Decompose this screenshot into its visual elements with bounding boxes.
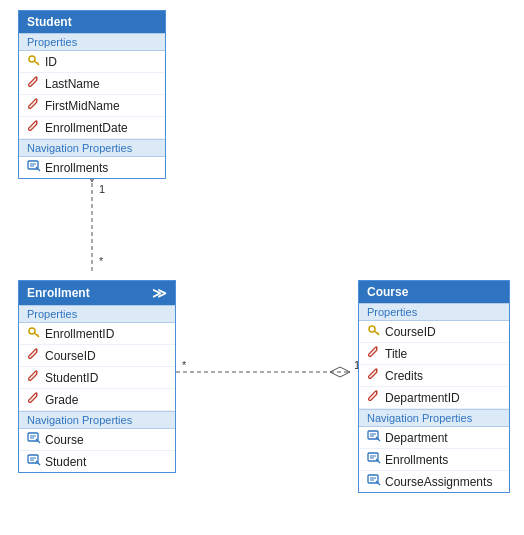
course-nav-department: Department [359, 427, 509, 449]
wrench-icon [367, 389, 381, 406]
student-prop-firstmidname: FirstMidName [19, 95, 165, 117]
student-properties-label: Properties [19, 33, 165, 51]
wrench-icon [367, 345, 381, 362]
svg-point-37 [376, 391, 378, 393]
svg-marker-5 [330, 367, 350, 377]
student-nav-enrollments: Enrollments [19, 157, 165, 178]
enrollment-prop-id: EnrollmentID [19, 323, 175, 345]
student-prop-id: ID [19, 51, 165, 73]
nav-icon [27, 159, 41, 176]
key-icon [27, 53, 41, 70]
enrollment-nav-student: Student [19, 451, 175, 472]
wrench-icon [367, 367, 381, 384]
wrench-icon [27, 97, 41, 114]
svg-point-36 [376, 369, 378, 371]
enrollment-properties-label: Properties [19, 305, 175, 323]
wrench-icon [27, 347, 41, 364]
course-properties-label: Properties [359, 303, 509, 321]
student-prop-enrollmentdate: EnrollmentDate [19, 117, 165, 139]
entity-course-title: Course [367, 285, 408, 299]
nav-icon [27, 431, 41, 448]
wrench-icon [27, 391, 41, 408]
course-prop-title: Title [359, 343, 509, 365]
enrollment-nav-course: Course [19, 429, 175, 451]
svg-point-12 [36, 99, 38, 101]
svg-point-35 [376, 347, 378, 349]
enrollment-navprops-label: Navigation Properties [19, 411, 175, 429]
entity-student-header: Student [19, 11, 165, 33]
wrench-icon [27, 119, 41, 136]
course-nav-enrollments: Enrollments [359, 449, 509, 471]
collapse-icon[interactable]: ≫ [152, 285, 167, 301]
student-navprops-label: Navigation Properties [19, 139, 165, 157]
course-nav-courseassignments: CourseAssignments [359, 471, 509, 492]
svg-point-21 [36, 349, 38, 351]
nav-icon [367, 429, 381, 446]
student-prop-lastname: LastName [19, 73, 165, 95]
svg-text:*: * [182, 359, 187, 371]
wrench-icon [27, 75, 41, 92]
diagram-canvas: 1 * * 1 Student Properties ID LastName [0, 0, 524, 535]
course-prop-departmentid: DepartmentID [359, 387, 509, 409]
enrollment-prop-grade: Grade [19, 389, 175, 411]
svg-point-22 [36, 371, 38, 373]
course-navprops-label: Navigation Properties [359, 409, 509, 427]
course-prop-id: CourseID [359, 321, 509, 343]
enrollment-prop-courseid: CourseID [19, 345, 175, 367]
key-icon [367, 323, 381, 340]
nav-icon [367, 473, 381, 490]
wrench-icon [27, 369, 41, 386]
svg-point-23 [36, 393, 38, 395]
nav-icon [27, 453, 41, 470]
entity-course: Course Properties CourseID Title Credits [358, 280, 510, 493]
entity-enrollment: Enrollment ≫ Properties EnrollmentID Cou… [18, 280, 176, 473]
svg-text:*: * [99, 255, 104, 267]
key-icon [27, 325, 41, 342]
entity-course-header: Course [359, 281, 509, 303]
entity-student-title: Student [27, 15, 72, 29]
entity-enrollment-title: Enrollment [27, 286, 90, 300]
svg-point-18 [29, 328, 35, 334]
svg-point-13 [36, 121, 38, 123]
svg-text:1: 1 [99, 183, 105, 195]
svg-point-11 [36, 77, 38, 79]
entity-student: Student Properties ID LastName FirstMidN… [18, 10, 166, 179]
course-prop-credits: Credits [359, 365, 509, 387]
entity-enrollment-header: Enrollment ≫ [19, 281, 175, 305]
svg-point-8 [29, 56, 35, 62]
enrollment-prop-studentid: StudentID [19, 367, 175, 389]
nav-icon [367, 451, 381, 468]
svg-point-32 [369, 326, 375, 332]
